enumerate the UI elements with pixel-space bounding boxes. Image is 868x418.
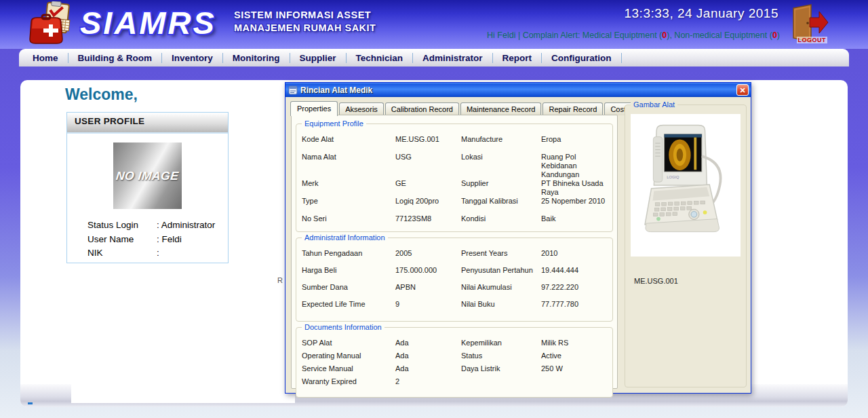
field-label: Penyusutan Pertahun — [461, 266, 541, 275]
dialog-titlebar[interactable]: Rincian Alat Medik ✕ — [285, 83, 751, 97]
field-value: USG — [395, 153, 461, 162]
complain-alert-statusline: Hi Feldi | Complain Alert: Medical Equip… — [487, 31, 780, 40]
no-image-placeholder: NO IMAGE — [113, 142, 182, 209]
field-row: Nama AlatUSGLokasiRuang Pol Kebidanan Ka… — [302, 153, 607, 179]
field-value: 2010 — [541, 249, 607, 258]
tab-maintenance-record[interactable]: Maintenance Record — [460, 102, 542, 115]
fieldset-legend: Equipment Profile — [302, 119, 366, 128]
field-label: Type — [302, 197, 395, 206]
fieldset-legend: Documents Information — [302, 323, 384, 331]
field-value: ME.USG.001 — [395, 135, 461, 144]
medical-kit-logo-icon — [26, 1, 75, 48]
fieldset-equipment-profile: Equipment ProfileKode AlatME.USG.001Manu… — [296, 124, 613, 232]
nav-item-building-room[interactable]: Building & Room — [68, 53, 162, 63]
field-value: 25 Nopember 2010 — [541, 197, 607, 206]
field-value: 77.777.780 — [541, 300, 607, 309]
field-label: Kepemilikan — [461, 339, 541, 347]
field-label: No Seri — [302, 214, 395, 223]
field-label: Merk — [302, 179, 395, 188]
field-value: 175.000.000 — [395, 266, 461, 275]
main-nav: HomeBuilding & RoomInventoryMonitoringSu… — [19, 49, 849, 66]
field-label: Service Manual — [302, 364, 395, 373]
field-value: Ruang Pol Kebidanan Kandungan — [541, 153, 607, 179]
field-value: GE — [395, 179, 461, 188]
nav-item-report[interactable]: Report — [493, 53, 542, 63]
field-label: Expected Life Time — [302, 300, 395, 309]
field-label: Nama Alat — [302, 153, 395, 162]
nav-item-inventory[interactable]: Inventory — [162, 53, 223, 63]
field-row: Kode AlatME.USG.001ManufactureEropa — [302, 135, 607, 153]
nav-item-configuration[interactable]: Configuration — [542, 53, 621, 63]
field-row: MerkGESupplierPT Bhineka Usada Raya — [302, 179, 607, 197]
field-value: Eropa — [541, 135, 607, 144]
equipment-code-caption: ME.USG.001 — [634, 277, 746, 285]
field-row: Operating ManualAdaStatusActive — [302, 352, 607, 364]
nav-item-supplier[interactable]: Supplier — [290, 53, 347, 63]
user-profile-rows: Status Login: AdministratorUser Name: Fe… — [87, 218, 228, 261]
field-label: Daya Listrik — [461, 364, 541, 373]
field-label: Sumber Dana — [302, 283, 395, 292]
properties-tab-panel: Equipment ProfileKode AlatME.USG.001Manu… — [291, 115, 618, 389]
statusline-part: ) — [777, 31, 780, 40]
brand-subtitle-line1: SISTEM INFORMASI ASSET — [234, 9, 376, 22]
field-label: Harga Beli — [302, 266, 395, 275]
tab-properties[interactable]: Properties — [290, 101, 338, 116]
gambar-alat-legend: Gambar Alat — [631, 100, 677, 109]
logout-button[interactable]: LOGOUT — [789, 3, 829, 46]
svg-text:LOGIQ: LOGIQ — [667, 175, 679, 179]
field-row: Waranty Expired2 — [302, 377, 607, 390]
user-profile-panel: USER PROFILE NO IMAGE Status Login: Admi… — [66, 112, 229, 263]
field-row: Expected Life Time9Nilai Buku77.777.780 — [302, 300, 607, 317]
field-value: 2005 — [395, 249, 461, 258]
field-label: Kode Alat — [302, 135, 395, 144]
user-profile-label: Status Login — [87, 218, 157, 233]
field-label: Nilai Buku — [461, 300, 541, 309]
field-value: 19.444.444 — [541, 266, 607, 275]
field-label: SOP Alat — [302, 339, 395, 347]
fieldset-legend: Administratif Information — [302, 233, 388, 242]
user-profile-value: : Administrator — [157, 220, 215, 230]
nav-item-monitoring[interactable]: Monitoring — [223, 53, 290, 63]
field-value: Ada — [395, 364, 461, 373]
user-profile-value: : — [157, 248, 159, 258]
nav-item-technician[interactable]: Technician — [347, 53, 414, 63]
field-label: Manufacture — [461, 135, 541, 144]
statusline-part: 0 — [772, 31, 777, 40]
user-profile-row: Status Login: Administrator — [87, 218, 228, 233]
field-label: Kondisi — [461, 214, 541, 223]
statusline-part: Hi Feldi | Complain Alert: Medical Equip… — [487, 31, 662, 40]
field-value: Logiq 200pro — [395, 197, 461, 206]
field-label: Supplier — [461, 179, 541, 188]
field-value: 97.222.220 — [541, 283, 607, 292]
fieldset-administratif-information: Administratif InformationTahun Pengadaan… — [296, 238, 613, 322]
statusline-part: ), Non-medical Equiptment ( — [667, 31, 772, 40]
brand-subtitle: SISTEM INFORMASI ASSET MANAJEMEN RUMAH S… — [234, 9, 376, 35]
close-icon[interactable]: ✕ — [736, 84, 749, 96]
field-value: 9 — [395, 300, 461, 309]
app-header: SIAMRS SISTEM INFORMASI ASSET MANAJEMEN … — [0, 0, 868, 49]
field-label: Tanggal Kalibrasi — [461, 197, 541, 206]
field-label: Waranty Expired — [302, 377, 395, 386]
tab-repair-record[interactable]: Repair Record — [542, 102, 603, 115]
nav-item-administrator[interactable]: Administrator — [413, 53, 493, 63]
nav-item-home[interactable]: Home — [23, 53, 68, 63]
tab-aksesoris[interactable]: Aksesoris — [339, 102, 384, 115]
field-value: APBN — [395, 283, 461, 292]
background-cropped-text: R — [277, 276, 283, 284]
field-value: Baik — [541, 214, 607, 223]
field-row: TypeLogiq 200proTanggal Kalibrasi25 Nope… — [302, 197, 607, 214]
equipment-photo: LOGIQ — [631, 114, 741, 256]
field-label: Operating Manual — [302, 352, 395, 360]
rincian-alat-medik-dialog: Rincian Alat Medik ✕ PropertiesAksesoris… — [285, 82, 751, 394]
user-profile-row: User Name: Feldi — [87, 233, 228, 247]
field-row: Tahun Pengadaan2005Present Years2010 — [302, 249, 607, 266]
gambar-alat-fieldset: Gambar Alat LOGIQ — [625, 104, 747, 387]
user-profile-label: User Name — [87, 233, 157, 247]
no-image-text: NO IMAGE — [115, 169, 180, 183]
user-profile-title: USER PROFILE — [67, 113, 228, 134]
brand-subtitle-line2: MANAJEMEN RUMAH SAKIT — [234, 22, 376, 35]
field-row: SOP AlatAdaKepemilikanMilik RS — [302, 339, 607, 352]
field-value: 77123SM8 — [395, 214, 461, 223]
tab-calibration-record[interactable]: Calibration Record — [385, 102, 459, 115]
field-label: Lokasi — [461, 153, 541, 162]
